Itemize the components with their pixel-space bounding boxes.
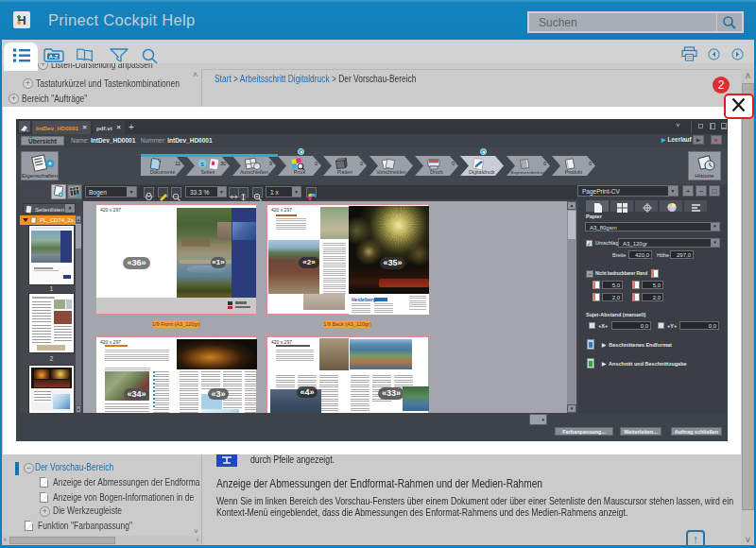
svg-text:A-Z: A-Z bbox=[49, 54, 59, 60]
svg-text:S: S bbox=[200, 162, 204, 167]
